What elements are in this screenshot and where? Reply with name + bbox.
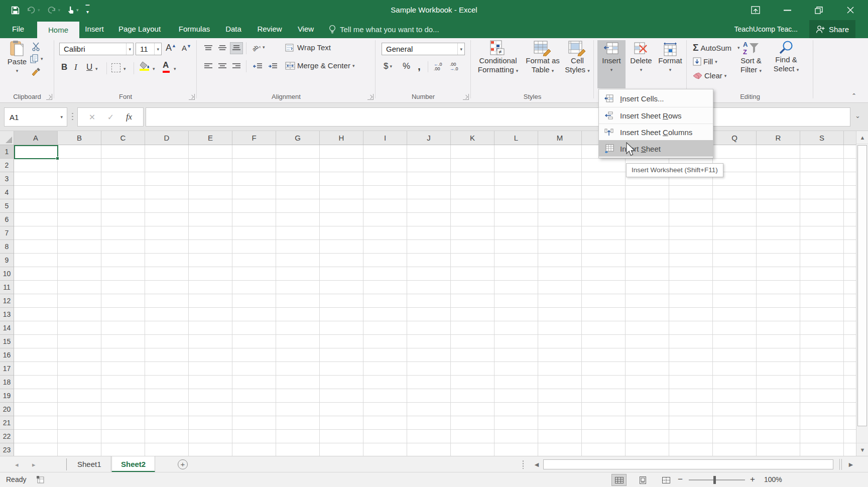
number-format-dropdown-icon[interactable]: ▾ xyxy=(457,43,464,55)
column-header-J[interactable]: J xyxy=(407,131,451,145)
row-header-11[interactable]: 11 xyxy=(0,281,14,294)
comma-style-button[interactable]: , xyxy=(418,60,421,72)
font-color-dropdown-icon[interactable]: ▾ xyxy=(174,66,176,71)
font-dialog-launcher[interactable] xyxy=(189,94,195,100)
column-header-Q[interactable]: Q xyxy=(713,131,757,145)
column-header-K[interactable]: K xyxy=(451,131,494,145)
page-break-preview-button[interactable] xyxy=(659,474,674,486)
delete-dropdown-icon[interactable]: ▾ xyxy=(640,65,643,74)
tab-view[interactable]: View xyxy=(294,20,317,38)
sheet-tab-sheet2[interactable]: Sheet2 xyxy=(111,456,155,472)
formula-bar-resize-handle[interactable] xyxy=(72,112,73,122)
format-as-table-dropdown-icon[interactable]: ▾ xyxy=(552,68,554,73)
undo-dropdown-icon[interactable]: ▾ xyxy=(38,8,40,13)
accounting-format-button[interactable]: $ ▾ xyxy=(384,61,392,71)
restore-button[interactable] xyxy=(807,0,830,20)
format-cells-ribbon-button[interactable]: Format ▾ xyxy=(656,40,684,88)
bottom-align-button[interactable] xyxy=(230,42,243,54)
decrease-decimal-button[interactable]: .00→.0 xyxy=(450,62,458,71)
next-sheet-icon[interactable]: ▸ xyxy=(32,456,36,472)
column-header-C[interactable]: C xyxy=(101,131,145,145)
merge-center-button[interactable]: Merge & Center ▾ xyxy=(283,60,356,71)
column-header-B[interactable]: B xyxy=(58,131,101,145)
column-header-I[interactable]: I xyxy=(363,131,407,145)
find-select-dropdown-icon[interactable]: ▾ xyxy=(797,67,799,72)
tab-insert[interactable]: Insert xyxy=(79,20,109,38)
conditional-formatting-button[interactable]: ≠ ConditionalFormatting ▾ xyxy=(475,40,521,75)
sheet-tab-sheet1[interactable]: Sheet1 xyxy=(68,456,111,472)
copy-button[interactable]: ▾ xyxy=(30,54,43,63)
decrease-font-size-button[interactable]: A▼ xyxy=(182,44,191,52)
zoom-slider-track[interactable] xyxy=(689,479,745,480)
row-header-19[interactable]: 19 xyxy=(0,389,14,403)
tab-home[interactable]: Home xyxy=(37,22,79,38)
decrease-indent-button[interactable] xyxy=(251,60,264,72)
zoom-slider-handle[interactable] xyxy=(713,476,716,484)
row-header-13[interactable]: 13 xyxy=(0,308,14,321)
column-header-F[interactable]: F xyxy=(232,131,276,145)
horizontal-split-handle[interactable] xyxy=(839,459,842,470)
name-box-dropdown-icon[interactable]: ▾ xyxy=(60,114,67,119)
orientation-button[interactable]: ab ▾ xyxy=(251,42,265,52)
italic-button[interactable]: I xyxy=(74,62,77,72)
share-button[interactable]: Share xyxy=(809,20,855,38)
row-header-6[interactable]: 6 xyxy=(0,213,14,226)
top-align-button[interactable] xyxy=(202,42,215,54)
row-header-12[interactable]: 12 xyxy=(0,294,14,308)
zoom-level[interactable]: 100% xyxy=(764,475,782,483)
sort-filter-dropdown-icon[interactable]: ▾ xyxy=(759,68,762,73)
menu-item-insert-sheet[interactable]: Insert Sheet xyxy=(599,140,713,157)
ribbon-display-options-button[interactable] xyxy=(744,0,767,20)
clear-button[interactable]: Clear ▾ xyxy=(691,70,728,81)
row-header-21[interactable]: 21 xyxy=(0,416,14,430)
column-header-L[interactable]: L xyxy=(494,131,538,145)
tell-me-box[interactable]: Tell me what you want to do... xyxy=(329,20,439,38)
scroll-right-icon[interactable]: ▶ xyxy=(845,459,856,470)
selected-cell-a1[interactable] xyxy=(14,145,58,159)
row-header-3[interactable]: 3 xyxy=(0,172,14,186)
clear-dropdown-icon[interactable]: ▾ xyxy=(724,73,727,78)
row-header-1[interactable]: 1 xyxy=(0,145,14,159)
row-header-23[interactable]: 23 xyxy=(0,443,14,456)
tab-review[interactable]: Review xyxy=(255,20,284,38)
menu-item-insert-cells[interactable]: Insert Cells... xyxy=(599,90,713,107)
page-layout-view-button[interactable] xyxy=(635,474,650,486)
scroll-up-icon[interactable]: ▲ xyxy=(856,131,868,144)
column-header-E[interactable]: E xyxy=(189,131,232,145)
tab-scroll-split-handle[interactable] xyxy=(522,460,524,469)
copy-dropdown-icon[interactable]: ▾ xyxy=(41,56,43,61)
fill-color-button[interactable] xyxy=(140,61,151,69)
bold-button[interactable]: B xyxy=(61,62,67,72)
underline-dropdown-icon[interactable]: ▾ xyxy=(95,66,98,71)
tab-formulas[interactable]: Formulas xyxy=(175,20,214,38)
cell-styles-button[interactable]: CellStyles ▾ xyxy=(563,40,591,75)
menu-item-insert-sheet-columns[interactable]: Insert Sheet Columns xyxy=(599,124,713,140)
merge-center-dropdown-icon[interactable]: ▾ xyxy=(352,63,355,68)
middle-align-button[interactable] xyxy=(216,42,229,54)
redo-dropdown-icon[interactable]: ▾ xyxy=(58,8,61,13)
account-name[interactable]: TeachUcomp Teac... xyxy=(734,20,798,38)
touch-mode-dropdown-icon[interactable]: ▾ xyxy=(76,8,79,13)
zoom-in-icon[interactable]: + xyxy=(750,474,755,484)
row-header-15[interactable]: 15 xyxy=(0,335,14,348)
fill-color-dropdown-icon[interactable]: ▾ xyxy=(153,66,155,71)
menu-item-insert-sheet-rows[interactable]: Insert Sheet Rows xyxy=(599,107,713,124)
increase-indent-button[interactable] xyxy=(266,60,279,72)
paste-dropdown-icon[interactable]: ▾ xyxy=(16,66,19,75)
row-header-10[interactable]: 10 xyxy=(0,267,14,281)
row-header-2[interactable]: 2 xyxy=(0,159,14,172)
cancel-icon[interactable]: ✕ xyxy=(89,112,95,122)
vertical-scrollbar[interactable]: ▲ ▼ xyxy=(856,131,868,456)
format-dropdown-icon[interactable]: ▾ xyxy=(669,65,672,74)
row-header-14[interactable]: 14 xyxy=(0,321,14,335)
enter-icon[interactable]: ✓ xyxy=(107,112,114,122)
macro-record-icon[interactable] xyxy=(36,475,44,483)
font-name-dropdown-icon[interactable]: ▾ xyxy=(126,43,133,55)
touch-mouse-mode-button[interactable]: ▾ xyxy=(67,6,79,15)
align-left-button[interactable] xyxy=(202,60,215,72)
paste-button[interactable]: Paste ▾ xyxy=(4,40,30,75)
row-header-8[interactable]: 8 xyxy=(0,240,14,254)
normal-view-button[interactable] xyxy=(611,474,627,486)
column-header-G[interactable]: G xyxy=(276,131,320,145)
underline-button[interactable]: U xyxy=(86,62,92,72)
